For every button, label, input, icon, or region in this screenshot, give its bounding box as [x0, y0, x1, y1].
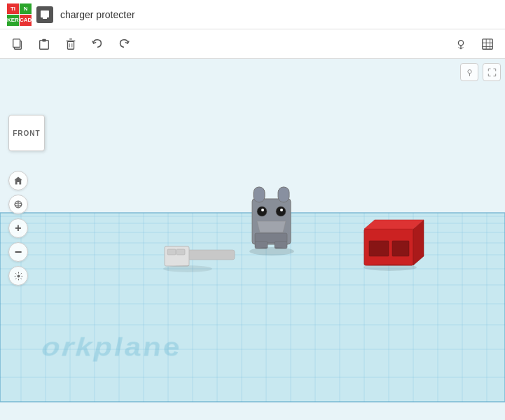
svg-marker-64	[257, 221, 286, 232]
svg-point-63	[280, 209, 283, 211]
project-title: charger protecter	[60, 9, 135, 20]
toolbar	[0, 29, 505, 59]
redo-button[interactable]	[113, 34, 134, 55]
right-controls	[460, 63, 501, 81]
svg-point-68	[249, 247, 294, 255]
settings-view-button[interactable]	[8, 266, 28, 286]
svg-point-79	[467, 69, 471, 73]
logo-cell-ti: TI	[7, 4, 19, 15]
left-controls: + −	[8, 171, 28, 286]
logo-cell-n: N	[20, 4, 32, 15]
view-cube-front-face[interactable]: FRONT	[8, 115, 45, 151]
svg-rect-1	[43, 18, 47, 19]
logo-cell-ker: KER	[7, 15, 19, 26]
home-view-button[interactable]	[8, 171, 28, 190]
svg-rect-4	[40, 40, 49, 49]
svg-point-61	[276, 206, 286, 216]
toolbar-left	[7, 34, 134, 55]
location-indicator[interactable]	[460, 63, 478, 81]
undo-button[interactable]	[87, 34, 108, 55]
logo-cell-cad: CAD	[20, 15, 32, 26]
perspective-grid	[0, 59, 505, 420]
svg-point-78	[17, 274, 20, 277]
grid-button[interactable]	[477, 34, 498, 55]
svg-rect-5	[42, 38, 46, 41]
app-icon	[36, 6, 53, 23]
svg-rect-59	[278, 187, 289, 202]
zoom-in-button[interactable]: +	[8, 218, 28, 238]
svg-rect-0	[41, 10, 49, 18]
orbit-button[interactable]	[8, 195, 28, 214]
paste-button[interactable]	[34, 34, 55, 55]
viewport[interactable]: orkplane FRONT + −	[0, 59, 505, 420]
svg-rect-3	[13, 38, 20, 47]
svg-rect-73	[392, 241, 409, 256]
svg-rect-58	[254, 187, 265, 202]
delete-button[interactable]	[60, 34, 81, 55]
svg-rect-52	[184, 250, 235, 260]
svg-point-62	[261, 209, 264, 211]
fullscreen-button[interactable]	[483, 63, 501, 81]
svg-rect-6	[68, 41, 74, 49]
svg-point-60	[257, 206, 267, 216]
topbar: TI N KER CAD charger protecter	[0, 0, 505, 29]
tinkercad-logo: TI N KER CAD	[7, 4, 29, 26]
view-cube[interactable]: FRONT	[8, 115, 49, 164]
svg-rect-54	[167, 249, 176, 255]
zoom-out-button[interactable]: −	[8, 242, 28, 262]
svg-rect-55	[177, 249, 185, 255]
svg-point-56	[163, 265, 212, 272]
svg-rect-72	[369, 241, 389, 256]
svg-point-11	[458, 40, 463, 45]
location-button[interactable]	[450, 34, 471, 55]
copy-button[interactable]	[7, 34, 28, 55]
toolbar-right	[450, 34, 498, 55]
svg-rect-12	[483, 38, 492, 48]
svg-point-74	[364, 264, 417, 271]
svg-marker-71	[364, 220, 424, 229]
